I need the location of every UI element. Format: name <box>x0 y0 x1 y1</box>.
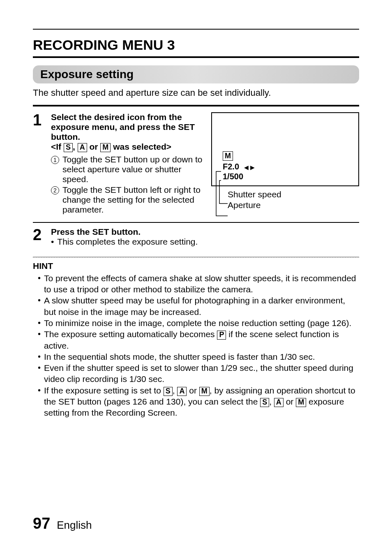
intro-text: The shutter speed and aperture size can … <box>33 88 359 98</box>
bullet-icon: • <box>38 385 41 419</box>
circled-1-icon: 1 <box>51 156 59 164</box>
hint-item-5: • In the sequential shots mode, the shut… <box>38 351 359 362</box>
step-2-bullet-text: This completes the exposure setting. <box>57 237 198 247</box>
section-heading: Exposure setting <box>33 65 359 83</box>
cond-mid1: , <box>73 142 78 151</box>
rule-between-steps <box>33 222 359 223</box>
step-1-heading: Select the desired icon from the exposur… <box>51 112 206 142</box>
hint-item-1: • To prevent the effects of camera shake… <box>38 273 359 295</box>
step-1-condition: <If S, A or M was selected> <box>51 142 206 152</box>
hint-item-7: • If the exposure setting is set to S, A… <box>38 385 359 419</box>
page-language: English <box>57 519 92 532</box>
hint-7-text: If the exposure setting is set to S, A o… <box>44 385 359 419</box>
bullet-icon: • <box>38 362 41 385</box>
mode-a-icon: A <box>177 387 187 396</box>
bullet-mark: • <box>51 237 54 247</box>
hint7-a: If the exposure setting is set to <box>44 386 164 395</box>
callout-shutter: Shutter speed <box>224 190 359 199</box>
hint-item-3: • To minimize noise in the image, comple… <box>38 317 359 329</box>
hint-6-text: Even if the shutter speed is set to slow… <box>44 362 359 385</box>
page-title: RECORDING MENU 3 <box>33 37 359 53</box>
cond-mid2: or <box>87 142 101 151</box>
hint4-a: The exposure setting automatically becom… <box>44 329 217 339</box>
sub1-text: Toggle the SET button up or down to sele… <box>62 155 206 184</box>
step-2-heading: Press the SET button. <box>51 227 359 237</box>
mode-m-icon: M <box>199 387 210 396</box>
step-2-number: 2 <box>33 227 44 243</box>
page-footer: 97 English <box>33 515 92 532</box>
bullet-icon: • <box>38 273 41 295</box>
mode-m-icon: M <box>100 143 111 152</box>
callout-aperture: Aperture <box>224 200 359 210</box>
bullet-icon: • <box>38 295 41 317</box>
hint7-f: or <box>284 397 296 406</box>
hint-3-text: To minimize noise in the image, complete… <box>44 317 351 329</box>
shutter-value: 1/500 <box>223 172 243 181</box>
camera-screen: M F2.0◀ ▶ 1/500 <box>211 112 359 186</box>
mode-m-icon: M <box>296 398 306 407</box>
hint-item-6: • Even if the shutter speed is set to sl… <box>38 362 359 385</box>
hint-4-text: The exposure setting automatically becom… <box>44 329 359 351</box>
hint-heading: HINT <box>33 261 359 271</box>
aperture-value: F2.0 <box>223 162 239 171</box>
hint7-c: or <box>187 386 199 395</box>
mode-s-icon: S <box>164 387 173 396</box>
cond-suffix: was selected> <box>111 142 171 151</box>
hint-list: • To prevent the effects of camera shake… <box>33 273 359 419</box>
mode-s-icon: S <box>260 398 269 407</box>
hint-1-text: To prevent the effects of camera shake a… <box>44 273 359 295</box>
mode-a-icon: A <box>274 398 284 407</box>
step-1-text: Select the desired icon from the exposur… <box>51 112 206 215</box>
hint7-e: , <box>269 397 274 406</box>
step-1-number: 1 <box>33 112 44 128</box>
step-1-sub-2: 2 Toggle the SET button left or right to… <box>51 185 206 215</box>
step-1-sub-1: 1 Toggle the SET button up or down to se… <box>51 155 206 184</box>
page-number: 97 <box>33 515 50 532</box>
circled-2-icon: 2 <box>51 186 59 194</box>
hint-item-2: • A slow shutter speed may be useful for… <box>38 295 359 317</box>
top-rule <box>33 29 359 30</box>
step-2: 2 Press the SET button. • This completes… <box>33 227 359 247</box>
step-1: 1 Select the desired icon from the expos… <box>33 112 359 215</box>
mode-s-icon: S <box>64 143 73 152</box>
hint-5-text: In the sequential shots mode, the shutte… <box>44 351 315 362</box>
exposure-diagram: M F2.0◀ ▶ 1/500 Shutter speed Aperture <box>211 112 359 211</box>
rule-before-steps <box>33 105 359 106</box>
bullet-icon: • <box>38 317 41 329</box>
hint-2-text: A slow shutter speed may be useful for p… <box>44 295 359 317</box>
callout-shutter-label: Shutter speed <box>228 190 281 199</box>
screen-mode-icon: M <box>223 151 233 161</box>
bullet-icon: • <box>38 329 41 351</box>
bullet-icon: • <box>38 351 41 362</box>
cond-prefix: <If <box>51 142 64 151</box>
sub2-text: Toggle the SET button left or right to c… <box>62 185 206 215</box>
hint-item-4: • The exposure setting automatically bec… <box>38 329 359 351</box>
hint7-b: , <box>173 386 178 395</box>
callout-aperture-label: Aperture <box>228 200 261 210</box>
lr-arrows-icon: ◀ ▶ <box>244 164 255 171</box>
title-underline <box>33 56 359 58</box>
mode-p-icon: P <box>217 331 226 340</box>
hint-rule <box>33 257 359 258</box>
mode-a-icon: A <box>78 143 87 152</box>
